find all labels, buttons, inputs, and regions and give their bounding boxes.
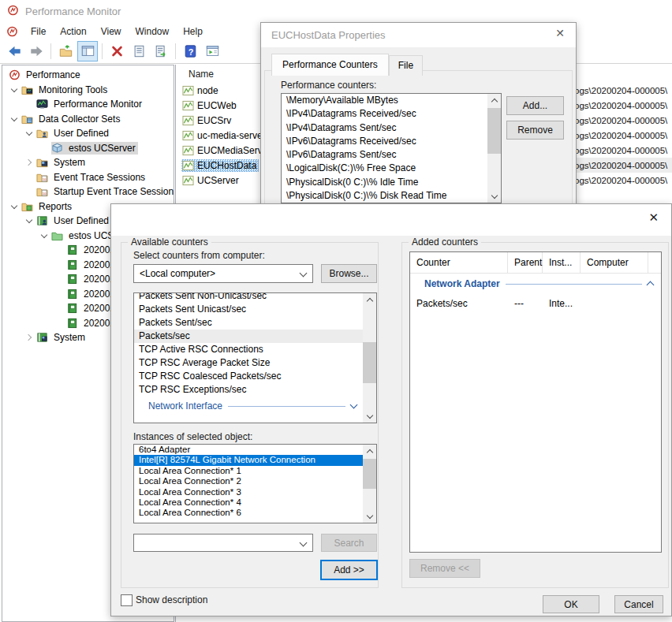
available-counter-item[interactable]: TCP Active RSC Connections [134,343,363,356]
tree-item-performance[interactable]: Performance [2,68,174,83]
back-icon[interactable] [4,41,24,61]
tree-item-system[interactable]: System [2,155,174,170]
tree-item-monitoring-tools[interactable]: Monitoring Tools [2,83,174,98]
export-icon[interactable] [151,41,171,61]
menu-action[interactable]: Action [53,24,93,39]
counters-group-network-interface[interactable]: Network Interface [134,397,363,415]
menu-view[interactable]: View [94,24,129,39]
available-counter-item[interactable]: TCP RSC Exceptions/sec [134,383,363,397]
tree-item-data-collector-sets[interactable]: Data Collector Sets [2,112,174,127]
scrollbar-thumb[interactable] [487,108,501,154]
available-counter-item[interactable]: TCP RSC Average Packet Size [134,356,363,370]
scrollbar-thumb[interactable] [363,342,376,383]
add-counter-button[interactable]: Add >> [320,560,378,580]
log-path-cell: ogs\20200204-000005\ [574,143,672,158]
added-counter-row[interactable]: Packets/sec---Inte... [410,294,661,313]
instance-item[interactable]: Local Area Connection* 2 [134,476,363,486]
search-combobox[interactable] [133,534,313,552]
menu-window[interactable]: Window [129,24,177,39]
scroll-up-icon[interactable] [363,445,376,457]
window-title: Performance Monitor [25,6,121,17]
tree-item-estos-ucserver[interactable]: estos UCServer [2,141,174,156]
help-icon[interactable]: ? [180,41,200,61]
scroll-up-icon[interactable] [363,293,376,306]
counter-path-item[interactable]: \LogicalDisk(C:)\% Free Space [282,162,487,175]
instance-item[interactable]: Local Area Connection* 3 [134,487,363,497]
vertical-scrollbar[interactable] [363,445,376,523]
available-counter-item[interactable]: Packets Sent Non-Unicast/sec [134,292,363,303]
add-button[interactable]: Add... [506,96,564,115]
scrollbar-thumb[interactable] [363,459,376,489]
chevron-expanded-icon[interactable] [24,214,36,227]
toolbar-separator [50,43,51,59]
added-counters-table[interactable]: CounterParentInst...ComputerNetwork Adap… [409,251,662,553]
column-header-computer[interactable]: Computer [581,252,648,273]
instance-item[interactable]: 6to4 Adapter [134,445,363,455]
new-window-icon[interactable] [202,41,222,61]
remove-counter-button[interactable]: Remove << [409,559,480,578]
chevron-expanded-icon[interactable] [24,127,36,140]
scroll-down-icon[interactable] [363,410,376,423]
properties-icon[interactable] [129,41,149,61]
available-counter-item[interactable]: Packets/sec [134,330,363,343]
column-header-counter[interactable]: Counter [410,252,508,273]
chevron-expanded-icon[interactable] [9,200,21,213]
browse-button[interactable]: Browse... [321,264,377,283]
available-counter-item[interactable]: Packets Sent Unicast/sec [134,303,363,316]
available-counter-item[interactable]: TCP RSC Coalesced Packets/sec [134,370,363,383]
added-group-network-adapter[interactable]: Network Adapter [410,274,661,294]
list-item-label: uc-media-serve [197,130,263,141]
counter-path-item[interactable]: \IPv6\Datagrams Received/sec [282,135,487,148]
tree-item-performance-monitor[interactable]: Performance Monitor [2,97,174,112]
tree-item-user-defined[interactable]: User Defined [2,126,174,141]
chevron-collapsed-icon[interactable] [24,331,36,344]
counter-path-item[interactable]: \Memory\Available MBytes [282,94,487,107]
chevron-expanded-icon[interactable] [39,229,51,242]
column-header-parent[interactable]: Parent [508,252,543,273]
computer-combobox[interactable]: <Local computer> [133,264,313,283]
instance-item[interactable]: Local Area Connection* 6 [134,508,363,518]
counter-path-item[interactable]: \IPv6\Datagrams Sent/sec [282,148,487,162]
close-icon[interactable]: ✕ [555,28,565,39]
console-tree-icon[interactable] [77,41,98,61]
chevron-spacer [24,171,36,184]
vertical-scrollbar[interactable] [487,94,501,203]
show-description-checkbox[interactable] [121,594,133,606]
chevron-expanded-icon[interactable] [9,84,21,96]
tree-item-event-trace-sessions[interactable]: 10Event Trace Sessions [2,170,174,185]
available-counters-list[interactable]: Packets Sent Non-Unicast/secPackets Sent… [133,292,377,423]
instance-item[interactable]: Local Area Connection* 1 [134,466,363,476]
instance-item[interactable]: Intel[R] 82574L Gigabit Network Connecti… [134,455,363,465]
forward-icon[interactable] [26,41,47,61]
instances-list[interactable]: 6to4 AdapterIntel[R] 82574L Gigabit Netw… [133,444,377,523]
scroll-down-icon[interactable] [363,510,376,523]
counter-path-item[interactable]: \PhysicalDisk(0 C:)\% Disk Read Time [282,189,487,203]
scroll-down-icon[interactable] [487,190,501,203]
tab-file[interactable]: File [389,55,423,76]
tab-performance-counters[interactable]: Performance Counters [271,54,389,76]
tree-item-label: Event Trace Sessions [51,171,147,184]
scroll-up-icon[interactable] [487,94,501,106]
delete-icon[interactable] [106,41,127,61]
performance-counters-list[interactable]: \Memory\Available MBytes\IPv4\Datagrams … [281,93,502,203]
chevron-collapsed-icon[interactable] [24,156,36,169]
counter-path-item[interactable]: \PhysicalDisk(0 C:)\% Idle Time [282,176,487,189]
tree-item-startup-event-trace-sessions[interactable]: 10Startup Event Trace Sessions [2,184,174,199]
available-counter-item[interactable]: Packets Sent/sec [134,316,363,330]
column-header-inst[interactable]: Inst... [543,252,581,273]
counter-path-item[interactable]: \IPv4\Datagrams Received/sec [282,107,487,121]
chevron-up-icon[interactable] [647,281,655,289]
menu-file[interactable]: File [24,24,53,39]
menu-help[interactable]: Help [176,24,210,39]
close-icon[interactable]: ✕ [648,212,659,223]
ok-button[interactable]: OK [543,595,599,613]
folder-icon[interactable] [55,41,76,61]
search-button[interactable]: Search [321,534,377,552]
vertical-scrollbar[interactable] [363,293,376,423]
instance-item[interactable]: Local Area Connection* 4 [134,497,363,508]
remove-button[interactable]: Remove [506,121,564,140]
cancel-button[interactable]: Cancel [614,595,663,613]
counter-path-item[interactable]: \IPv4\Datagrams Sent/sec [282,121,487,135]
chevron-down-icon[interactable] [350,401,358,409]
chevron-expanded-icon[interactable] [9,113,21,125]
